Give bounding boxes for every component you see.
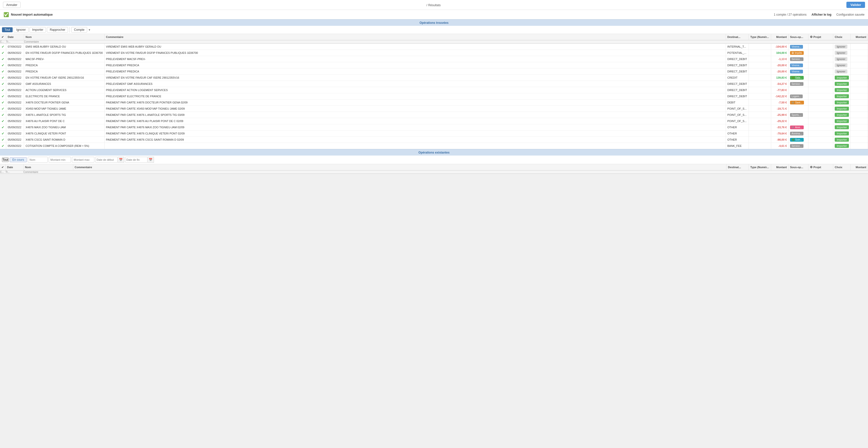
tout-button[interactable]: Tout [2, 27, 13, 32]
sous-op-tag[interactable]: 🛒 Sant... [790, 101, 804, 104]
tout-button-2[interactable]: Tout [2, 158, 9, 162]
compte-button[interactable]: Compte [71, 27, 87, 33]
import-button[interactable]: Importer [835, 76, 849, 80]
import-label: Nouvel import automatique [11, 13, 53, 16]
row-commentaire: VIREMENT EMIS WEB AUBRY GERALD OU [104, 43, 726, 50]
date-fin-input[interactable] [125, 157, 148, 163]
date-debut-calendar-icon[interactable]: 📅 [118, 157, 124, 163]
row-choix[interactable]: Importer [833, 87, 850, 93]
row-projet [808, 62, 833, 68]
row-sous-op: Service... [788, 81, 808, 87]
import-button[interactable]: Importer [835, 138, 849, 142]
row-destinat: OTHER [726, 137, 749, 143]
row-destinat: DIRECT_DEBIT [726, 93, 749, 100]
row-choix[interactable]: Importer [833, 112, 850, 118]
ignore-button[interactable]: Ignorer [835, 63, 847, 67]
row-choix-montant [850, 124, 868, 131]
row-type [749, 93, 771, 100]
row-nom: EMIS WEB AUBRY GERALD OU [24, 43, 104, 50]
row-montant: -104,00 € [771, 43, 788, 50]
row-choix[interactable]: Ignorer [833, 62, 850, 68]
date-fin-group: 📅 [125, 157, 154, 163]
sous-op-tag[interactable]: 🏛 Impôts [790, 51, 804, 55]
sous-op-tag[interactable]: Annima... [790, 132, 803, 135]
import-button[interactable]: Importer [835, 119, 849, 123]
row-destinat: DIRECT_DEBIT [726, 81, 749, 87]
row-type [749, 124, 771, 131]
row-commentaire: PAIEMENT PAR CARTE X4876 L ANATOLE SPORT… [104, 112, 726, 118]
en-cours-button[interactable]: En cours [10, 157, 27, 162]
sous-op-tag[interactable]: Vireme... [790, 70, 803, 73]
date-debut-input[interactable] [95, 157, 118, 163]
sous-op-tag[interactable]: Vireme... [790, 64, 803, 67]
ignore-button[interactable]: Ignorer [835, 69, 847, 73]
log-link[interactable]: Afficher le log [812, 13, 832, 16]
row-choix[interactable]: Importer [833, 93, 850, 100]
date-fin-calendar-icon[interactable]: 📅 [148, 157, 154, 163]
row-commentaire: PAIEMENT PAR CARTE X4876 CLINIQUE VETERI… [104, 131, 726, 137]
nom-filter-input[interactable] [28, 157, 48, 163]
row-choix[interactable]: Importer [833, 143, 850, 149]
col2-check: ✔ [0, 164, 5, 170]
row-montant: -1,13 € [771, 56, 788, 62]
row-date: 05/09/2022 [6, 93, 24, 100]
import-button[interactable]: Importer [835, 113, 849, 117]
row-choix[interactable]: Ignorer [833, 68, 850, 75]
row-choix[interactable]: Importer [833, 106, 850, 112]
row-choix[interactable]: Importer [833, 100, 850, 106]
row-date: 06/09/2022 [6, 50, 24, 56]
sous-op-tag[interactable]: Logem... [790, 95, 803, 98]
import-button[interactable]: Importer [835, 82, 849, 86]
row-date: 05/09/2022 [6, 143, 24, 149]
table-row: ✔ 05/09/2022 ACTION LOGEMENT SERVICES PR… [0, 87, 868, 93]
ignore-button[interactable]: Ignorer [835, 51, 847, 55]
row-choix[interactable]: Importer [833, 118, 850, 124]
row-date: 06/09/2022 [6, 56, 24, 62]
sous-op-tag[interactable]: Vireme... [790, 45, 803, 48]
row-check: ✔ [0, 43, 6, 50]
row-check: ✔ [0, 87, 6, 93]
valider-button[interactable]: Valider [846, 2, 865, 8]
import-button[interactable]: Importer [835, 94, 849, 98]
sous-op-tag[interactable]: 🌿 Soin... [790, 138, 804, 142]
sous-op-tag[interactable]: Service... [790, 57, 803, 61]
row-choix[interactable]: Importer [833, 124, 850, 131]
import-button[interactable]: Importer [835, 88, 849, 92]
row-choix[interactable]: Importer [833, 131, 850, 137]
row-projet [808, 43, 833, 50]
importer-button[interactable]: Importer [30, 27, 46, 33]
import-button[interactable]: Importer [835, 125, 849, 129]
sous-op-tag[interactable]: Sports,... [790, 113, 803, 117]
sous-op-tag[interactable]: 🌿 Sala... [790, 76, 804, 80]
row-montant: -4,61 € [771, 143, 788, 149]
row-projet [808, 137, 833, 143]
row-projet [808, 100, 833, 106]
import-button[interactable]: Importer [835, 144, 849, 148]
import-button[interactable]: Importer [835, 107, 849, 111]
row-choix[interactable]: Ignorer [833, 50, 850, 56]
sous-op-tag[interactable]: Service... [790, 82, 803, 86]
ignorer-button[interactable]: Ignorer [14, 27, 29, 33]
ignore-button[interactable]: Ignorer [835, 45, 847, 48]
rapprocher-button[interactable]: Rapprocher [47, 27, 68, 33]
montant-max-input[interactable] [72, 157, 94, 163]
ignore-button[interactable]: Ignorer [835, 57, 847, 61]
sous-op-tag[interactable]: 🛒 Anni... [790, 126, 804, 129]
row-choix[interactable]: Importer [833, 81, 850, 87]
row-commentaire: PRELEVEMENT MACSF-PREV- [104, 56, 726, 62]
sous-op-tag[interactable]: Service... [790, 144, 803, 148]
row-nom: X4876 L ANATOLE SPORTS TIG [24, 112, 104, 118]
row-destinat: DIRECT_DEBIT [726, 68, 749, 75]
row-date: 05/09/2022 [6, 137, 24, 143]
row-choix[interactable]: Importer [833, 137, 850, 143]
row-choix[interactable]: Ignorer [833, 56, 850, 62]
import-button[interactable]: Importer [835, 132, 849, 135]
row-choix[interactable]: Importer [833, 75, 850, 81]
annuler-button[interactable]: Annuler [3, 2, 21, 8]
import-button[interactable]: Importer [835, 100, 849, 104]
row-choix-montant [850, 75, 868, 81]
table-row: ✔ 06/09/2022 MACSF-PREV- PRELEVEMENT MAC… [0, 56, 868, 62]
row-sous-op: 🛒 Anni... [788, 124, 808, 131]
row-choix[interactable]: Ignorer [833, 43, 850, 50]
montant-min-input[interactable] [49, 157, 71, 163]
